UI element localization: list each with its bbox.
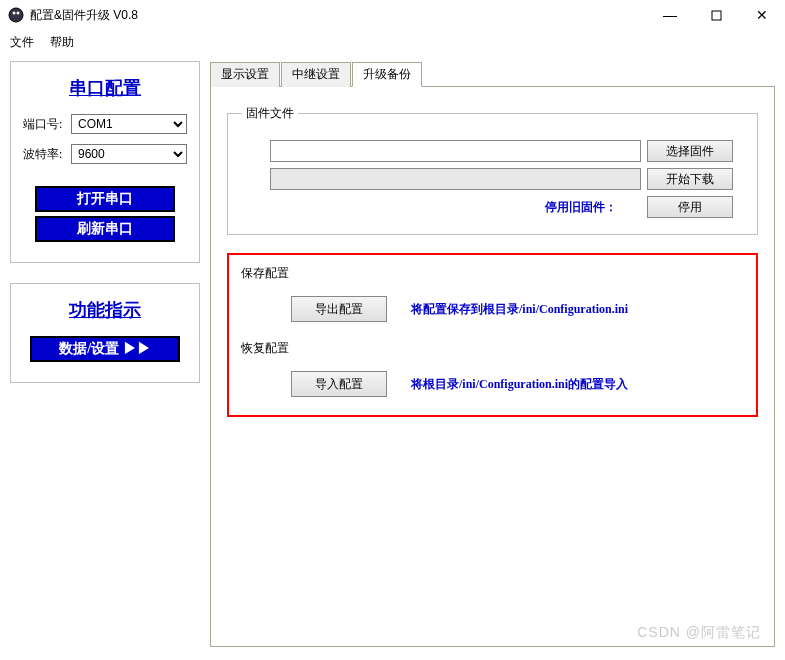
download-progress (270, 168, 641, 190)
save-config-label: 保存配置 (241, 265, 744, 282)
export-config-desc: 将配置保存到根目录/ini/Configuration.ini (411, 301, 628, 318)
tab-relay[interactable]: 中继设置 (281, 62, 351, 87)
open-serial-button[interactable]: 打开串口 (35, 186, 175, 212)
menu-help[interactable]: 帮助 (50, 34, 74, 51)
maximize-button[interactable] (693, 0, 739, 30)
save-config-section: 保存配置 导出配置 将配置保存到根目录/ini/Configuration.in… (241, 265, 744, 322)
refresh-serial-button[interactable]: 刷新串口 (35, 216, 175, 242)
import-config-button[interactable]: 导入配置 (291, 371, 387, 397)
function-title: 功能指示 (23, 298, 187, 322)
stop-firmware-button[interactable]: 停用 (647, 196, 733, 218)
window-title: 配置&固件升级 V0.8 (30, 7, 647, 24)
start-download-button[interactable]: 开始下载 (647, 168, 733, 190)
serial-title: 串口配置 (23, 76, 187, 100)
minimize-button[interactable]: — (647, 0, 693, 30)
svg-point-0 (9, 8, 23, 22)
port-select[interactable]: COM1 (71, 114, 187, 134)
restore-config-section: 恢复配置 导入配置 将根目录/ini/Configuration.ini的配置导… (241, 340, 744, 397)
tab-content: 固件文件 选择固件 开始下载 停用旧固件： 停用 (210, 87, 775, 647)
firmware-path-input[interactable] (270, 140, 641, 162)
port-label: 端口号: (23, 116, 71, 133)
select-firmware-button[interactable]: 选择固件 (647, 140, 733, 162)
app-icon (8, 7, 24, 23)
tab-display[interactable]: 显示设置 (210, 62, 280, 87)
firmware-legend: 固件文件 (242, 105, 298, 122)
config-highlight-box: 保存配置 导出配置 将配置保存到根目录/ini/Configuration.in… (227, 253, 758, 417)
menubar: 文件 帮助 (0, 30, 785, 57)
data-settings-button[interactable]: 数据/设置 ▶▶ (30, 336, 180, 362)
baud-select[interactable]: 9600 (71, 144, 187, 164)
import-config-desc: 将根目录/ini/Configuration.ini的配置导入 (411, 376, 628, 393)
tab-upgrade[interactable]: 升级备份 (352, 62, 422, 87)
svg-point-2 (17, 12, 20, 15)
svg-point-1 (13, 12, 16, 15)
function-panel: 功能指示 数据/设置 ▶▶ (10, 283, 200, 383)
serial-config-panel: 串口配置 端口号: COM1 波特率: 9600 打开串口 刷新串口 (10, 61, 200, 263)
stop-firmware-label: 停用旧固件： (545, 199, 617, 216)
svg-rect-3 (712, 11, 721, 20)
titlebar: 配置&固件升级 V0.8 — ✕ (0, 0, 785, 30)
export-config-button[interactable]: 导出配置 (291, 296, 387, 322)
tab-bar: 显示设置 中继设置 升级备份 (210, 61, 775, 87)
firmware-fieldset: 固件文件 选择固件 开始下载 停用旧固件： 停用 (227, 105, 758, 235)
menu-file[interactable]: 文件 (10, 34, 34, 51)
close-button[interactable]: ✕ (739, 0, 785, 30)
watermark: CSDN @阿雷笔记 (637, 624, 761, 642)
baud-label: 波特率: (23, 146, 71, 163)
restore-config-label: 恢复配置 (241, 340, 744, 357)
